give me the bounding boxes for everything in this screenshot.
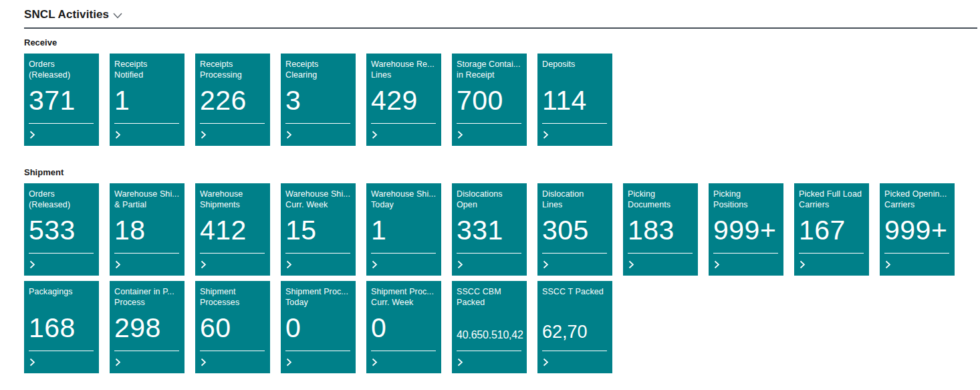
tile-footer [371,254,439,276]
tile-footer [114,351,182,373]
chevron-right-icon [372,130,378,139]
tile-value: 18 [114,217,146,243]
cue-tile[interactable]: Orders (Released) 533 [24,183,99,276]
tile-title: Shipment Proc... Today [285,286,353,308]
tile-value-area: 999+ [884,210,952,253]
sections-container: Receive Orders (Released) 371 Receipts N… [24,37,977,373]
tile-value: 114 [542,87,587,114]
tile-footer [799,254,866,276]
page-header-dropdown[interactable]: SNCL Activities [24,8,977,21]
tile-title: SSCC CBM Packed [457,286,524,308]
cue-tile[interactable]: Warehouse Shi... Today 1 [366,183,441,276]
tile-footer [457,351,524,373]
cue-tile[interactable]: Receipts Notified 1 [110,54,185,146]
page-title: SNCL Activities [24,8,109,21]
cue-tile[interactable]: Picking Documents 183 [623,183,698,276]
tile-value: 40.650.510,42 [457,329,523,341]
tile-footer [114,124,182,146]
tile-footer [457,124,524,146]
tile-title: Receipts Notified [114,59,182,80]
cue-tile[interactable]: Picked Full Load Carriers 167 [794,183,869,276]
tile-value: 60 [200,314,231,341]
cue-tile[interactable]: Shipment Proc... Curr. Week 0 [366,281,441,373]
chevron-right-icon [29,358,35,367]
chevron-right-icon [29,130,35,139]
tile-footer [285,351,353,373]
chevron-right-icon [286,130,292,139]
tile-value-area: 533 [29,210,96,253]
cue-tile[interactable]: Warehouse Re... Lines 429 [366,54,441,146]
tile-value-area: 0 [371,308,439,351]
tile-section: Receive Orders (Released) 371 Receipts N… [24,37,977,146]
cue-tile[interactable]: Warehouse Shi... Curr. Week 15 [281,183,356,276]
chevron-right-icon [543,358,549,367]
tile-value-area: 114 [542,80,610,123]
tile-footer [200,254,267,276]
tile-value: 168 [29,314,76,341]
cue-tile[interactable]: SSCC CBM Packed 40.650.510,42 [452,281,527,373]
tile-footer [200,351,267,373]
tile-section: Shipment Orders (Released) 533 Warehouse… [24,167,977,373]
tile-footer [542,254,610,276]
cue-tile[interactable]: Receipts Clearing 3 [281,54,356,146]
cue-tile[interactable]: Shipment Processes 60 [195,281,270,373]
tile-value: 371 [29,87,76,114]
cue-tile[interactable]: Dislocation Lines 305 [537,183,612,276]
tile-value-area: 62,70 [542,308,610,351]
cue-tile[interactable]: Packagings 168 [24,281,99,373]
cue-tile[interactable]: Picking Positions 999+ [709,183,783,276]
chevron-right-icon [115,130,121,139]
tile-title: Warehouse Shi... Today [371,189,439,210]
cue-tile[interactable]: Warehouse Shipments 412 [195,183,270,276]
tile-footer [884,254,952,276]
tile-title: Picking Documents [628,189,695,210]
chevron-right-icon [201,130,207,139]
tile-value-area: 18 [114,210,182,253]
cue-tile[interactable]: Orders (Released) 371 [24,54,99,146]
tile-title: Picked Openin... Carriers [884,189,952,210]
tile-value-area: 429 [371,80,439,123]
cue-tile[interactable]: Dislocations Open 331 [452,183,527,276]
cue-tile[interactable]: Container in P... Process 298 [110,281,185,373]
tile-footer [628,254,695,276]
chevron-right-icon [457,358,463,367]
chevron-right-icon [286,358,292,367]
cue-tile[interactable]: Storage Contai... in Receipt 700 [452,54,527,146]
tile-title: Warehouse Shi... Curr. Week [285,189,353,210]
tile-value-area: 226 [200,80,267,123]
chevron-right-icon [201,358,207,367]
tile-title: SSCC T Packed [542,286,610,308]
tile-row: Packagings 168 Container in P... Process… [24,281,977,373]
tile-title: Warehouse Re... Lines [371,59,439,80]
tile-footer [29,254,96,276]
cue-tile[interactable]: Picked Openin... Carriers 999+ [880,183,955,276]
tile-value: 0 [285,314,301,341]
chevron-right-icon [543,260,549,269]
section-rows: Orders (Released) 533 Warehouse Shi... &… [24,183,977,373]
tile-title: Picked Full Load Carriers [799,189,866,210]
tile-title: Orders (Released) [29,59,96,80]
chevron-right-icon [115,358,121,367]
tile-value-area: 331 [457,210,524,253]
tile-value-area: 1 [371,210,439,253]
cue-tile[interactable]: Deposits 114 [537,54,612,146]
tile-title: Shipment Processes [200,286,267,308]
cue-tile[interactable]: Shipment Proc... Today 0 [281,281,356,373]
tile-value: 226 [200,87,247,114]
cue-tile[interactable]: SSCC T Packed 62,70 [537,281,612,373]
tile-value: 412 [200,217,247,243]
tile-footer [457,254,524,276]
chevron-right-icon [457,130,463,139]
tile-value: 700 [457,87,503,114]
tile-value: 331 [457,217,503,243]
tile-value: 167 [799,217,846,243]
tile-footer [29,351,96,373]
tile-value-area: 60 [200,308,267,351]
tile-title: Dislocation Lines [542,189,610,210]
tile-title: Deposits [542,59,610,80]
cue-tile[interactable]: Receipts Processing 226 [195,54,270,146]
chevron-right-icon [29,260,35,269]
tile-footer [29,124,96,146]
cue-tile[interactable]: Warehouse Shi... & Partial 18 [110,183,185,276]
section-label: Shipment [24,167,977,177]
